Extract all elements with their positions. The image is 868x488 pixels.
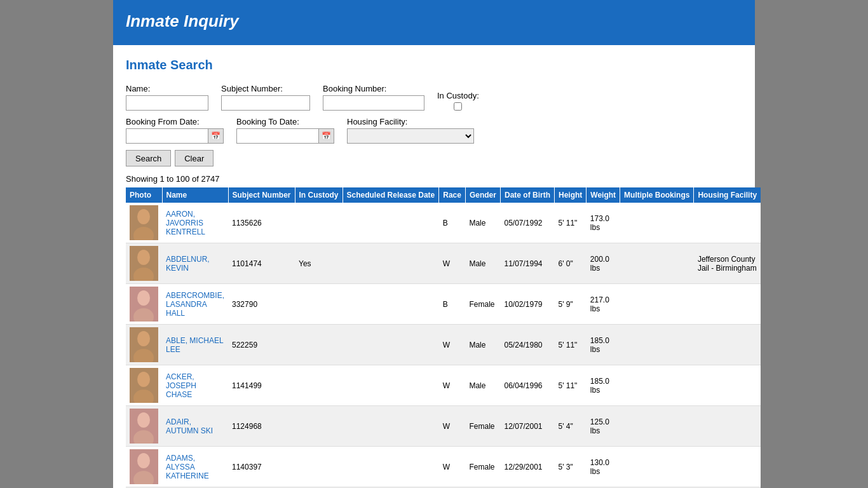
booking-number-input[interactable] — [323, 95, 424, 111]
cell-weight: 173.0 lbs — [587, 203, 620, 243]
inmate-name-link[interactable]: ADAIR, AUTUMN SKI — [166, 417, 213, 435]
subject-number-input[interactable] — [221, 95, 310, 111]
cell-name: AARON, JAVORRIS KENTRELL — [162, 203, 228, 243]
inmate-name-link[interactable]: ACKER, JOSEPH CHASE — [166, 372, 196, 399]
col-scheduled-release: Scheduled Release Date — [342, 187, 439, 203]
cell-dob: 12/29/2001 — [500, 447, 554, 487]
cell-name: ADAIR, AUTUMN SKI — [162, 406, 228, 447]
cell-multiple-bookings — [620, 365, 694, 406]
cell-dob: 10/02/1979 — [500, 284, 554, 325]
cell-race: W — [439, 243, 466, 284]
housing-facility-label: Housing Facility: — [347, 117, 474, 126]
form-row-1: Name: Subject Number: Booking Number: In… — [126, 84, 742, 111]
booking-from-date-wrap: 📅 — [126, 128, 224, 144]
name-input[interactable] — [126, 95, 208, 111]
housing-facility-select[interactable]: Jefferson County Jail - Birmingham — [347, 128, 474, 144]
booking-to-date-group: Booking To Date: 📅 — [236, 117, 334, 144]
svg-point-4 — [137, 250, 150, 265]
inmate-name-link[interactable]: ABLE, MICHAEL LEE — [166, 336, 223, 354]
cell-weight: 125.0 lbs — [587, 406, 620, 447]
table-row: ABLE, MICHAEL LEE522259WMale05/24/19805'… — [126, 325, 761, 365]
booking-to-date-input[interactable] — [236, 128, 319, 144]
svg-point-13 — [137, 372, 150, 387]
table-row: ADAMS, ALYSSA KATHERINE1140397WFemale12/… — [126, 447, 761, 487]
cell-weight: 130.0 lbs — [587, 447, 620, 487]
cell-scheduled-release-date — [342, 365, 439, 406]
cell-name: ABERCROMBIE, LASANDRA HALL — [162, 284, 228, 325]
cell-photo — [126, 243, 162, 284]
inmate-photo — [130, 449, 158, 484]
search-button[interactable]: Search — [126, 150, 171, 166]
cell-multiple-bookings — [620, 406, 694, 447]
button-row: Search Clear — [126, 150, 742, 166]
col-gender: Gender — [465, 187, 500, 203]
cell-scheduled-release-date — [342, 243, 439, 284]
col-name: Name — [162, 187, 228, 203]
in-custody-label: In Custody: — [437, 91, 479, 100]
inmate-photo — [130, 327, 158, 362]
cell-photo — [126, 203, 162, 243]
col-photo: Photo — [126, 187, 162, 203]
page-title: Inmate Search — [126, 58, 742, 72]
cell-gender: Male — [465, 365, 500, 406]
inmate-name-link[interactable]: ABERCROMBIE, LASANDRA HALL — [166, 291, 224, 318]
cell-photo — [126, 447, 162, 487]
col-multiple-bookings: Multiple Bookings — [620, 187, 694, 203]
cell-height: 5' 11" — [554, 203, 586, 243]
inmate-photo — [130, 368, 158, 403]
cell-height: 5' 11" — [554, 365, 586, 406]
search-form: Name: Subject Number: Booking Number: In… — [126, 84, 742, 166]
col-housing-facility: Housing Facility — [694, 187, 761, 203]
clear-button[interactable]: Clear — [175, 150, 214, 166]
cell-in-custody — [295, 406, 342, 447]
results-table: Photo Name Subject Number In Custody Sch… — [126, 187, 761, 488]
booking-from-date-calendar-button[interactable]: 📅 — [208, 128, 224, 144]
booking-from-date-input[interactable] — [126, 128, 208, 144]
inmate-name-link[interactable]: AARON, JAVORRIS KENTRELL — [166, 210, 205, 236]
cell-photo — [126, 284, 162, 325]
cell-in-custody — [295, 447, 342, 487]
cell-dob: 05/07/1992 — [500, 203, 554, 243]
inmate-name-link[interactable]: ABDELNUR, KEVIN — [166, 255, 210, 273]
cell-height: 5' 4" — [554, 406, 586, 447]
cell-name: ACKER, JOSEPH CHASE — [162, 365, 228, 406]
cell-dob: 11/07/1994 — [500, 243, 554, 284]
cell-name: ABLE, MICHAEL LEE — [162, 325, 228, 365]
inmate-name-link[interactable]: ADAMS, ALYSSA KATHERINE — [166, 454, 209, 480]
booking-number-group: Booking Number: — [323, 84, 424, 111]
subject-number-group: Subject Number: — [221, 84, 310, 111]
svg-point-7 — [137, 290, 150, 306]
cell-race: B — [439, 284, 466, 325]
cell-dob: 12/07/2001 — [500, 406, 554, 447]
cell-scheduled-release-date — [342, 406, 439, 447]
cell-in-custody — [295, 203, 342, 243]
table-row: ABDELNUR, KEVIN1101474YesWMale11/07/1994… — [126, 243, 761, 284]
cell-dob: 05/24/1980 — [500, 325, 554, 365]
col-race: Race — [439, 187, 466, 203]
cell-race: W — [439, 406, 466, 447]
main-content: Inmate Search Name: Subject Number: Book… — [113, 45, 755, 488]
table-row: ADAIR, AUTUMN SKI1124968WFemale12/07/200… — [126, 406, 761, 447]
cell-subject-number: 1140397 — [228, 447, 295, 487]
booking-to-date-calendar-button[interactable]: 📅 — [319, 128, 334, 144]
subject-number-label: Subject Number: — [221, 84, 310, 93]
cell-housing-facility — [694, 325, 761, 365]
in-custody-checkbox[interactable] — [454, 102, 462, 111]
header: Inmate Inquiry — [113, 0, 755, 45]
cell-in-custody: Yes — [295, 243, 342, 284]
cell-in-custody — [295, 325, 342, 365]
results-count: Showing 1 to 100 of 2747 — [126, 174, 742, 184]
name-group: Name: — [126, 84, 208, 111]
table-body: AARON, JAVORRIS KENTRELL1135626BMale05/0… — [126, 203, 761, 488]
cell-height: 5' 3" — [554, 447, 586, 487]
cell-gender: Female — [465, 447, 500, 487]
cell-gender: Male — [465, 325, 500, 365]
form-row-2: Booking From Date: 📅 Booking To Date: 📅 … — [126, 117, 742, 144]
cell-multiple-bookings — [620, 284, 694, 325]
cell-housing-facility — [694, 406, 761, 447]
svg-point-10 — [137, 331, 150, 346]
svg-point-1 — [137, 209, 150, 224]
booking-to-date-label: Booking To Date: — [236, 117, 334, 126]
table-header-row: Photo Name Subject Number In Custody Sch… — [126, 187, 761, 203]
cell-subject-number: 1101474 — [228, 243, 295, 284]
